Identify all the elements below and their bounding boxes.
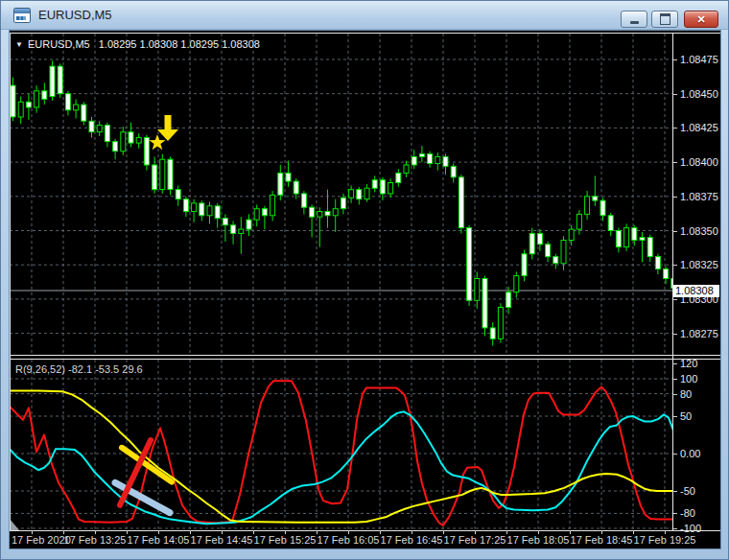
collapse-triangle-icon[interactable]: ▼ <box>15 40 23 49</box>
price-pane-bottom-border[interactable] <box>10 355 720 356</box>
indicator-tick-label: 0.00 <box>680 448 700 460</box>
price-tick-label: 1.08450 <box>680 88 718 101</box>
indicator-line-R-cyan[interactable] <box>10 411 672 524</box>
candle-body <box>388 183 393 194</box>
candle-body <box>270 195 275 215</box>
current-price-marker: 1.08308 <box>673 285 719 297</box>
candle-body <box>396 174 401 183</box>
indicator-tick-label: 120 <box>680 358 697 370</box>
left-border <box>10 33 11 530</box>
time-label: 17 Feb 14:05 <box>128 534 190 546</box>
indicator-tick <box>672 491 677 492</box>
candle-body <box>357 190 362 199</box>
candle-body <box>364 188 369 198</box>
time-label: 17 Feb 13:25 <box>64 534 127 546</box>
candle-body <box>404 165 409 174</box>
candle-body <box>655 257 660 269</box>
minimize-button[interactable] <box>621 11 647 28</box>
indicator-pane-top-border[interactable] <box>10 359 720 360</box>
window-titlebar[interactable]: EURUSD,M5 ✕ <box>1 1 728 30</box>
candle-body <box>136 137 141 143</box>
time-axis-line <box>10 530 720 531</box>
time-label: 17 Feb 16:05 <box>317 534 380 546</box>
indicator-tick <box>672 513 677 514</box>
indicator-grid <box>10 360 672 530</box>
candle-body <box>522 254 527 276</box>
candle-body <box>585 197 590 215</box>
candle-body <box>301 194 306 207</box>
price-pane-top-border <box>10 33 720 34</box>
indicator-tick <box>672 363 677 364</box>
candle-body <box>223 219 227 225</box>
candle-body <box>561 241 566 264</box>
candle-body <box>664 269 669 279</box>
candle-body <box>498 308 503 339</box>
indicator-tick <box>672 416 677 417</box>
candle-body <box>419 154 424 157</box>
time-label: 17 Feb 16:45 <box>381 534 443 546</box>
price-tick <box>672 94 677 95</box>
candle-body <box>443 156 448 166</box>
candle-body <box>168 159 173 189</box>
candle-body <box>325 212 330 216</box>
candle-body <box>176 190 180 199</box>
price-grid <box>10 34 672 355</box>
candle-body <box>475 279 480 301</box>
indicator-plot[interactable] <box>10 360 672 530</box>
candle-body <box>529 233 534 253</box>
candle-body <box>632 228 637 241</box>
close-icon: ✕ <box>696 13 705 26</box>
candle-body <box>18 102 23 117</box>
price-tick <box>672 162 677 163</box>
candle-body <box>231 225 236 234</box>
star-annotation[interactable] <box>149 134 165 150</box>
chart-symbol-label: EURUSD,M5 <box>28 38 90 50</box>
candle-body <box>482 279 487 328</box>
candle-body <box>58 66 62 94</box>
close-button[interactable]: ✕ <box>684 11 718 28</box>
candle-body <box>380 180 385 194</box>
candle-body <box>200 203 204 216</box>
candle-body <box>310 207 315 217</box>
time-label: 17 Feb 15:25 <box>254 534 317 546</box>
candle-body <box>576 214 581 229</box>
candle-body <box>82 105 86 121</box>
price-tick <box>672 128 677 128</box>
mt4-chart-window: EURUSD,M5 ✕ ▼EURUSD,M51.08295 1.08308 1.… <box>0 0 729 560</box>
candle-body <box>160 159 165 189</box>
candle-body <box>26 102 31 107</box>
indicator-name-values: R(9,26,52) -82.1 -53.5 29.6 <box>15 363 143 375</box>
candle-body <box>333 209 338 216</box>
chart-window-icon <box>13 8 31 23</box>
candle-body <box>593 197 598 200</box>
price-tick <box>672 334 677 335</box>
indicator-tick-label: 100 <box>680 373 697 385</box>
candle-body <box>97 126 102 132</box>
candle-body <box>569 229 574 240</box>
candle-body <box>74 105 79 110</box>
candle-body <box>451 166 456 176</box>
candle-body <box>459 177 463 228</box>
price-tick-label: 1.08350 <box>680 225 718 238</box>
candle-body <box>412 156 416 165</box>
maximize-button[interactable] <box>651 11 678 28</box>
price-tick-label: 1.08275 <box>680 328 718 340</box>
candle-body <box>65 94 70 110</box>
indicator-tick <box>672 454 677 455</box>
price-tick-label: 1.08425 <box>680 122 718 134</box>
candle-body <box>490 328 495 338</box>
candle-body <box>239 229 244 233</box>
candle-body <box>428 154 433 164</box>
candle-body <box>600 200 605 216</box>
candle-body <box>262 209 267 216</box>
price-tick-label: 1.08400 <box>680 156 718 169</box>
price-tick <box>672 231 677 232</box>
candle-body <box>435 156 440 163</box>
candle-body <box>624 228 629 247</box>
candle-body <box>35 91 39 107</box>
time-label: 17 Feb 18:05 <box>507 534 570 546</box>
candle-body <box>121 132 126 152</box>
price-chart-plot[interactable] <box>10 34 672 355</box>
restore-icon <box>660 13 670 25</box>
indicator-tick <box>672 528 677 529</box>
